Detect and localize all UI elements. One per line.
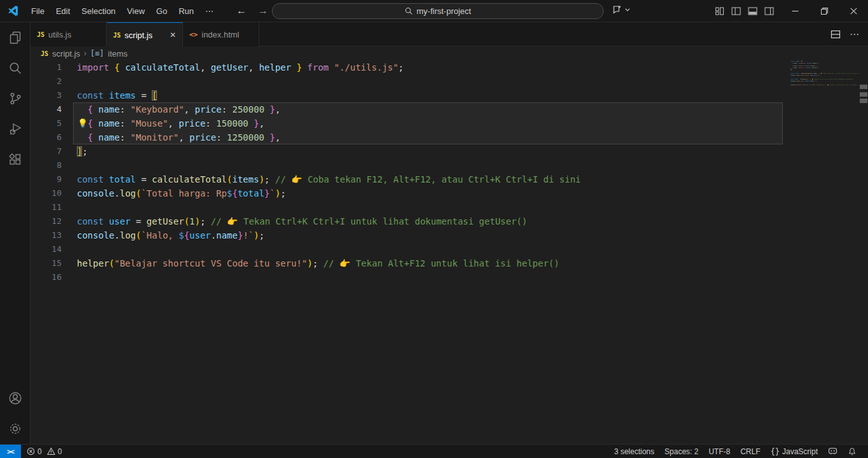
accounts-icon[interactable] bbox=[0, 383, 31, 413]
close-tab-icon[interactable]: ✕ bbox=[170, 31, 176, 39]
more-actions-icon[interactable]: ⋯ bbox=[850, 29, 859, 40]
code-line-5[interactable]: 5 { name: "Mouse", price: 150000 },💡 bbox=[31, 116, 868, 130]
minimize-button[interactable] bbox=[780, 0, 810, 22]
line-number[interactable]: 12 bbox=[31, 214, 62, 228]
code-line-14[interactable]: 14 bbox=[31, 242, 868, 256]
scrollbar[interactable] bbox=[859, 60, 868, 444]
menu-selection[interactable]: Selection bbox=[76, 0, 121, 22]
search-icon[interactable] bbox=[0, 53, 31, 83]
status-selections[interactable]: 3 selections bbox=[609, 447, 659, 456]
settings-gear-icon[interactable] bbox=[0, 413, 31, 444]
layout-customize-icon[interactable] bbox=[714, 6, 725, 17]
code-line-16[interactable]: 16 bbox=[31, 270, 868, 284]
remote-indicator-icon: >< bbox=[7, 448, 14, 455]
tab-script.js[interactable]: JSscript.js✕ bbox=[107, 22, 183, 47]
vscode-logo bbox=[8, 5, 19, 17]
line-number[interactable]: 15 bbox=[31, 256, 62, 270]
menu-edit[interactable]: Edit bbox=[50, 0, 76, 22]
code-line-1[interactable]: 1import { calculateTotal, getUser, helpe… bbox=[31, 60, 868, 74]
line-number[interactable]: 9 bbox=[31, 172, 62, 186]
line-number[interactable]: 16 bbox=[31, 270, 62, 284]
overview-ruler-mark bbox=[860, 92, 867, 97]
toggle-secondary-sidebar-icon[interactable] bbox=[764, 6, 775, 17]
status-selections-label: 3 selections bbox=[614, 447, 654, 456]
code-line-7[interactable]: 7]; bbox=[31, 144, 868, 158]
window-controls bbox=[780, 0, 868, 22]
close-window-button[interactable] bbox=[839, 0, 868, 22]
menu-view[interactable]: View bbox=[121, 0, 151, 22]
problems-status[interactable]: 0 0 bbox=[21, 447, 67, 456]
split-editor-icon[interactable] bbox=[831, 29, 841, 39]
breadcrumb-file[interactable]: script.js bbox=[52, 49, 80, 59]
remote-indicator[interactable]: >< bbox=[0, 445, 21, 458]
breadcrumb[interactable]: JS script.js › [≡] items bbox=[31, 46, 868, 60]
status-language[interactable]: {}JavaScript bbox=[766, 447, 823, 456]
line-number[interactable]: 8 bbox=[31, 158, 62, 172]
breadcrumb-separator: › bbox=[84, 49, 86, 58]
tab-index.html[interactable]: <>index.html bbox=[183, 22, 259, 46]
line-number[interactable]: 6 bbox=[31, 130, 62, 144]
html-file-icon: <> bbox=[189, 31, 198, 39]
copilot-icon bbox=[828, 447, 837, 455]
code-line-3[interactable]: 3const items = [ bbox=[31, 88, 868, 102]
code-line-15[interactable]: 15helper("Belajar shortcut VS Code itu s… bbox=[31, 256, 868, 270]
line-content: const total = calculateTotal(items); // … bbox=[62, 172, 581, 186]
tab-utils.js[interactable]: JSutils.js bbox=[31, 22, 107, 46]
command-center-search[interactable]: my-first-project bbox=[272, 3, 604, 19]
explorer-icon[interactable] bbox=[0, 22, 31, 53]
tab-label: script.js bbox=[125, 31, 153, 40]
line-number[interactable]: 11 bbox=[31, 200, 62, 214]
line-number[interactable]: 1 bbox=[31, 60, 62, 74]
line-number[interactable]: 10 bbox=[31, 186, 62, 200]
line-number[interactable]: 3 bbox=[31, 88, 62, 102]
restore-button[interactable] bbox=[810, 0, 839, 22]
code-line-12[interactable]: 12const user = getUser(1); // 👉 Tekan Ct… bbox=[31, 214, 868, 228]
line-content: import { calculateTotal, getUser, helper… bbox=[62, 60, 403, 74]
back-arrow-icon[interactable]: ← bbox=[236, 5, 247, 17]
chevron-down-icon bbox=[625, 7, 630, 13]
code-editor[interactable]: 1import { calculateTotal, getUser, helpe… bbox=[31, 60, 868, 444]
minimap[interactable]: import { calculateTotal, getUser, helper… bbox=[789, 60, 859, 146]
notifications-status[interactable] bbox=[843, 447, 862, 456]
code-line-9[interactable]: 9const total = calculateTotal(items); //… bbox=[31, 172, 868, 186]
code-line-11[interactable]: 11 bbox=[31, 200, 868, 214]
code-line-4[interactable]: 4 { name: "Keyboard", price: 250000 }, bbox=[31, 102, 868, 116]
tabs: JSutils.jsJSscript.js✕<>index.html bbox=[31, 22, 259, 47]
status-encoding-label: UTF-8 bbox=[709, 447, 730, 456]
layout-controls bbox=[714, 0, 775, 22]
line-number[interactable]: 7 bbox=[31, 144, 62, 158]
code-line-2[interactable]: 2 bbox=[31, 74, 868, 88]
code-line-6[interactable]: 6 { name: "Monitor", price: 1250000 }, bbox=[31, 130, 868, 144]
status-language-label: JavaScript bbox=[782, 447, 818, 456]
code-line-13[interactable]: 13console.log(`Halo, ${user.name}!`); bbox=[31, 228, 868, 242]
source-control-icon[interactable] bbox=[0, 83, 31, 114]
breadcrumb-symbol[interactable]: items bbox=[108, 49, 128, 59]
copilot-status[interactable] bbox=[823, 447, 843, 455]
menu-file[interactable]: File bbox=[25, 0, 50, 22]
code-line-8[interactable]: 8 bbox=[31, 158, 868, 172]
line-content: { name: "Keyboard", price: 250000 }, bbox=[62, 102, 280, 116]
status-eol[interactable]: CRLF bbox=[735, 447, 765, 456]
toggle-panel-icon[interactable] bbox=[747, 6, 758, 17]
menu-⋯[interactable]: ⋯ bbox=[200, 0, 219, 22]
line-number[interactable]: 4 bbox=[31, 102, 62, 116]
menu-run[interactable]: Run bbox=[173, 0, 200, 22]
run-debug-icon[interactable] bbox=[0, 114, 31, 144]
line-content bbox=[62, 242, 77, 256]
lightbulb-icon[interactable]: 💡 bbox=[78, 116, 88, 130]
forward-arrow-icon[interactable]: → bbox=[258, 5, 268, 17]
code-line-10[interactable]: 10console.log(`Total harga: Rp${total}`)… bbox=[31, 186, 868, 200]
status-encoding[interactable]: UTF-8 bbox=[703, 447, 735, 456]
status-bar: >< 0 0 3 selectionsSpaces: 2UTF-8CRLF{}J… bbox=[0, 444, 868, 458]
toggle-sidebar-icon[interactable] bbox=[731, 6, 742, 17]
editor-actions: ⋯ bbox=[831, 22, 868, 46]
copilot-chat-button[interactable] bbox=[611, 4, 630, 15]
menu-go[interactable]: Go bbox=[151, 0, 173, 22]
line-number[interactable]: 13 bbox=[31, 228, 62, 242]
line-number[interactable]: 5 bbox=[31, 116, 62, 130]
line-number[interactable]: 2 bbox=[31, 74, 62, 88]
extensions-icon[interactable] bbox=[0, 144, 31, 175]
status-indentation[interactable]: Spaces: 2 bbox=[660, 447, 703, 456]
line-number[interactable]: 14 bbox=[31, 242, 62, 256]
warning-icon bbox=[47, 447, 55, 455]
